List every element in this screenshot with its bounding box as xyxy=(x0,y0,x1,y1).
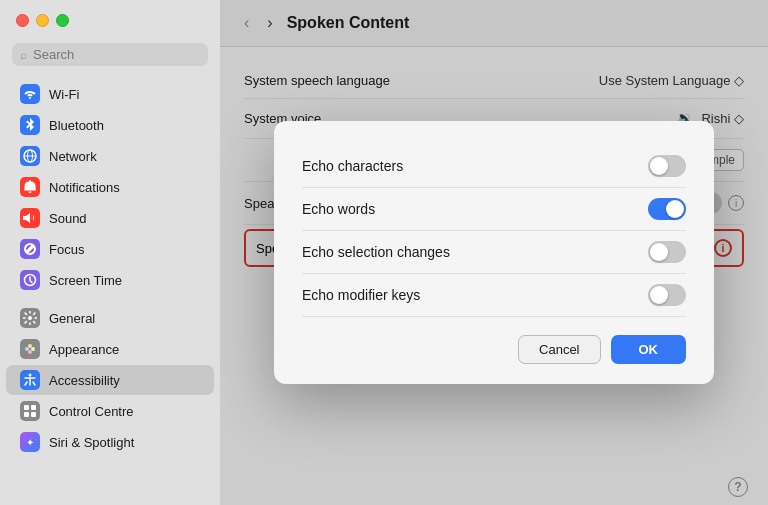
svg-point-6 xyxy=(28,344,32,348)
svg-rect-10 xyxy=(24,405,29,410)
sidebar-item-label: Focus xyxy=(49,242,84,257)
sidebar-item-label: General xyxy=(49,311,95,326)
sidebar-item-screentime[interactable]: Screen Time xyxy=(6,265,214,295)
echo-modifier-toggle[interactable] xyxy=(648,284,686,306)
screentime-icon xyxy=(20,270,40,290)
network-icon xyxy=(20,146,40,166)
sidebar-item-wifi[interactable]: Wi-Fi xyxy=(6,79,214,109)
sidebar-item-appearance[interactable]: Appearance xyxy=(6,334,214,364)
traffic-lights xyxy=(0,0,220,37)
maximize-button[interactable] xyxy=(56,14,69,27)
echo-characters-label: Echo characters xyxy=(302,158,403,174)
sidebar-item-label: Control Centre xyxy=(49,404,134,419)
ok-button[interactable]: OK xyxy=(611,335,687,364)
sidebar-item-label: Sound xyxy=(49,211,87,226)
sidebar-items-list: Wi-Fi Bluetooth Network Notifications So… xyxy=(0,76,220,505)
accessibility-icon xyxy=(20,370,40,390)
svg-rect-12 xyxy=(24,412,29,417)
echo-characters-row: Echo characters xyxy=(302,145,686,188)
svg-text:✦: ✦ xyxy=(26,437,34,448)
sidebar-item-label: Bluetooth xyxy=(49,118,104,133)
echo-words-row: Echo words xyxy=(302,188,686,231)
general-icon xyxy=(20,308,40,328)
cancel-button[interactable]: Cancel xyxy=(518,335,600,364)
wifi-icon xyxy=(20,84,40,104)
svg-rect-13 xyxy=(31,412,36,417)
sidebar-item-notifications[interactable]: Notifications xyxy=(6,172,214,202)
sidebar-item-label: Appearance xyxy=(49,342,119,357)
svg-point-8 xyxy=(28,350,32,354)
echo-selection-label: Echo selection changes xyxy=(302,244,450,260)
focus-icon xyxy=(20,239,40,259)
echo-selection-toggle[interactable] xyxy=(648,241,686,263)
search-box[interactable]: ⌕ xyxy=(12,43,208,66)
sidebar-item-accessibility[interactable]: Accessibility xyxy=(6,365,214,395)
minimize-button[interactable] xyxy=(36,14,49,27)
svg-point-5 xyxy=(25,347,29,351)
sidebar-item-general[interactable]: General xyxy=(6,303,214,333)
sidebar-item-label: Screen Time xyxy=(49,273,122,288)
svg-rect-11 xyxy=(31,405,36,410)
sidebar-item-label: Network xyxy=(49,149,97,164)
sidebar-item-focus[interactable]: Focus xyxy=(6,234,214,264)
sidebar-item-siri[interactable]: ✦ Siri & Spotlight xyxy=(6,427,214,457)
siri-icon: ✦ xyxy=(20,432,40,452)
svg-point-7 xyxy=(31,347,35,351)
sidebar: ⌕ Wi-Fi Bluetooth Network Notificatio xyxy=(0,0,220,505)
modal-buttons: Cancel OK xyxy=(302,335,686,364)
echo-words-toggle[interactable] xyxy=(648,198,686,220)
svg-point-9 xyxy=(29,374,32,377)
sidebar-item-bluetooth[interactable]: Bluetooth xyxy=(6,110,214,140)
echo-characters-toggle[interactable] xyxy=(648,155,686,177)
modal-overlay[interactable]: Echo characters Echo words Echo selectio… xyxy=(220,0,768,505)
sidebar-item-label: Accessibility xyxy=(49,373,120,388)
echo-modifier-label: Echo modifier keys xyxy=(302,287,420,303)
sidebar-item-label: Notifications xyxy=(49,180,120,195)
svg-point-4 xyxy=(28,316,32,320)
sidebar-item-label: Siri & Spotlight xyxy=(49,435,134,450)
search-input[interactable] xyxy=(33,47,200,62)
bluetooth-icon xyxy=(20,115,40,135)
sidebar-item-label: Wi-Fi xyxy=(49,87,79,102)
appearance-icon xyxy=(20,339,40,359)
sound-icon xyxy=(20,208,40,228)
echo-modifier-row: Echo modifier keys xyxy=(302,274,686,317)
echo-words-label: Echo words xyxy=(302,201,375,217)
modal-dialog: Echo characters Echo words Echo selectio… xyxy=(274,121,714,384)
sidebar-item-controlcentre[interactable]: Control Centre xyxy=(6,396,214,426)
search-icon: ⌕ xyxy=(20,48,27,62)
sidebar-item-network[interactable]: Network xyxy=(6,141,214,171)
close-button[interactable] xyxy=(16,14,29,27)
echo-selection-row: Echo selection changes xyxy=(302,231,686,274)
notifications-icon xyxy=(20,177,40,197)
controlcentre-icon xyxy=(20,401,40,421)
main-panel: ‹ › Spoken Content System speech languag… xyxy=(220,0,768,505)
sidebar-item-sound[interactable]: Sound xyxy=(6,203,214,233)
